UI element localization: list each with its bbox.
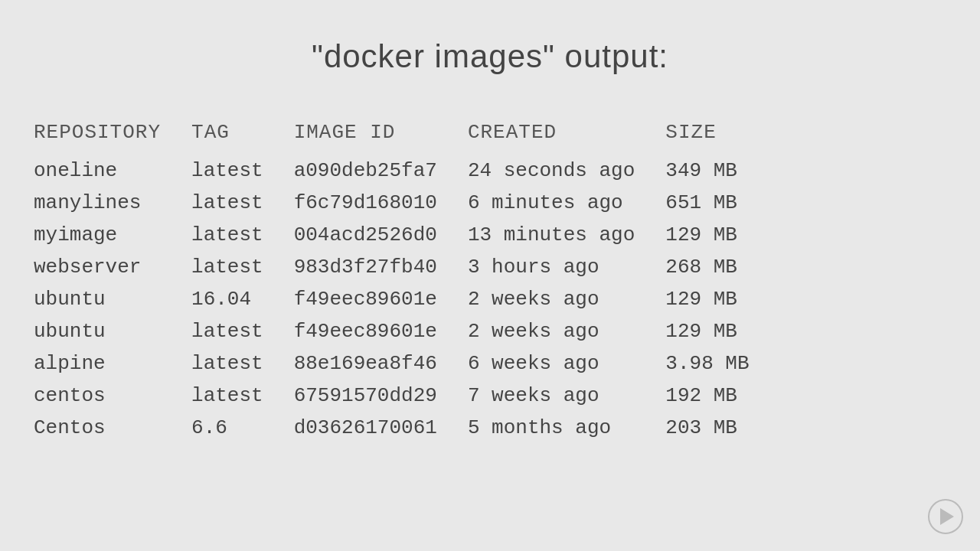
table-row: ubuntulatestf49eec89601e2 weeks ago129 M… <box>34 315 780 347</box>
table-row: webserverlatest983d3f27fb403 hours ago26… <box>34 251 780 283</box>
page-title: "docker images" output: <box>0 0 980 75</box>
table-cell: Centos <box>34 412 191 444</box>
table-column-header: IMAGE ID <box>294 121 468 155</box>
table-cell: latest <box>191 380 294 412</box>
table-cell: alpine <box>34 347 191 380</box>
table-row: ubuntu16.04f49eec89601e2 weeks ago129 MB <box>34 283 780 315</box>
play-button[interactable] <box>928 499 963 534</box>
table-cell: 129 MB <box>665 283 779 315</box>
docker-images-table-container: REPOSITORYTAGIMAGE IDCREATEDSIZE oneline… <box>0 121 980 444</box>
table-cell: 7 weeks ago <box>468 380 665 412</box>
table-cell: 203 MB <box>665 412 779 444</box>
table-cell: 129 MB <box>665 315 779 347</box>
table-cell: 651 MB <box>665 187 779 219</box>
table-cell: ubuntu <box>34 315 191 347</box>
table-cell: 16.04 <box>191 283 294 315</box>
table-cell: latest <box>191 347 294 380</box>
table-column-header: CREATED <box>468 121 665 155</box>
table-row: alpinelatest88e169ea8f466 weeks ago3.98 … <box>34 347 780 380</box>
table-cell: 24 seconds ago <box>468 155 665 187</box>
table-cell: latest <box>191 219 294 251</box>
table-body: onelinelatesta090deb25fa724 seconds ago3… <box>34 155 780 444</box>
play-icon <box>940 508 954 525</box>
table-cell: 983d3f27fb40 <box>294 251 468 283</box>
table-cell: 13 minutes ago <box>468 219 665 251</box>
table-cell: f49eec89601e <box>294 283 468 315</box>
table-row: centoslatest67591570dd297 weeks ago192 M… <box>34 380 780 412</box>
table-cell: latest <box>191 187 294 219</box>
table-cell: 6 minutes ago <box>468 187 665 219</box>
table-cell: 2 weeks ago <box>468 315 665 347</box>
table-cell: 349 MB <box>665 155 779 187</box>
table-cell: 5 months ago <box>468 412 665 444</box>
table-column-header: SIZE <box>665 121 779 155</box>
table-cell: 192 MB <box>665 380 779 412</box>
table-cell: f6c79d168010 <box>294 187 468 219</box>
docker-images-table: REPOSITORYTAGIMAGE IDCREATEDSIZE oneline… <box>34 121 780 444</box>
table-cell: 6.6 <box>191 412 294 444</box>
table-row: myimagelatest004acd2526d013 minutes ago1… <box>34 219 780 251</box>
table-cell: centos <box>34 380 191 412</box>
table-cell: 88e169ea8f46 <box>294 347 468 380</box>
table-row: manylineslatestf6c79d1680106 minutes ago… <box>34 187 780 219</box>
table-column-header: TAG <box>191 121 294 155</box>
table-cell: 6 weeks ago <box>468 347 665 380</box>
table-cell: 3 hours ago <box>468 251 665 283</box>
table-cell: d03626170061 <box>294 412 468 444</box>
table-row: Centos6.6d036261700615 months ago203 MB <box>34 412 780 444</box>
table-cell: f49eec89601e <box>294 315 468 347</box>
table-header: REPOSITORYTAGIMAGE IDCREATEDSIZE <box>34 121 780 155</box>
table-cell: a090deb25fa7 <box>294 155 468 187</box>
table-cell: latest <box>191 251 294 283</box>
table-cell: 2 weeks ago <box>468 283 665 315</box>
table-cell: myimage <box>34 219 191 251</box>
table-cell: 3.98 MB <box>665 347 779 380</box>
table-cell: oneline <box>34 155 191 187</box>
table-cell: 268 MB <box>665 251 779 283</box>
table-cell: 67591570dd29 <box>294 380 468 412</box>
table-cell: 129 MB <box>665 219 779 251</box>
table-cell: 004acd2526d0 <box>294 219 468 251</box>
table-cell: manylines <box>34 187 191 219</box>
table-cell: webserver <box>34 251 191 283</box>
table-header-row: REPOSITORYTAGIMAGE IDCREATEDSIZE <box>34 121 780 155</box>
table-column-header: REPOSITORY <box>34 121 191 155</box>
table-cell: latest <box>191 155 294 187</box>
table-cell: ubuntu <box>34 283 191 315</box>
table-row: onelinelatesta090deb25fa724 seconds ago3… <box>34 155 780 187</box>
table-cell: latest <box>191 315 294 347</box>
